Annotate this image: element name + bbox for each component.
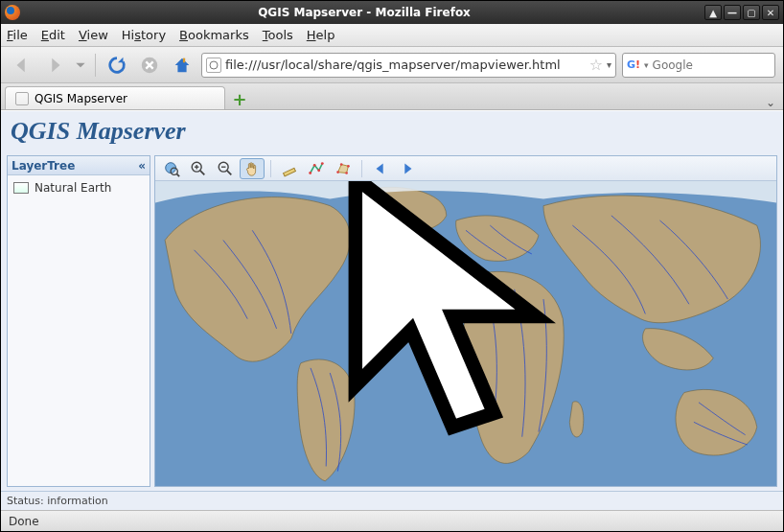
arrow-right-icon <box>44 55 65 76</box>
pan-button[interactable] <box>240 158 265 179</box>
stop-icon <box>139 55 160 76</box>
polyline-icon <box>308 160 325 177</box>
app-status-bar: Status: information <box>1 491 783 510</box>
home-icon <box>172 55 193 76</box>
menu-edit[interactable]: Edit <box>41 28 65 42</box>
home-button[interactable] <box>169 52 196 79</box>
arrow-left-icon <box>12 55 33 76</box>
tab-strip: QGIS Mapserver + ⌄ <box>1 83 783 110</box>
zoom-out-icon <box>217 160 234 177</box>
firefox-window: QGIS Mapserver - Mozilla Firefox ▲ — ▢ ✕… <box>0 0 784 532</box>
menu-help[interactable]: Help <box>307 28 335 42</box>
layer-icon <box>13 182 29 194</box>
tab-active[interactable]: QGIS Mapserver <box>5 86 225 109</box>
window-ontop-button[interactable]: ▲ <box>704 5 722 20</box>
svg-point-17 <box>313 163 316 166</box>
svg-marker-20 <box>338 164 349 173</box>
new-tab-button[interactable]: + <box>227 88 252 109</box>
window-minimize-button[interactable]: — <box>724 5 741 20</box>
layer-tree-body: Natural Earth <box>8 175 150 486</box>
window-close-button[interactable]: ✕ <box>762 5 779 20</box>
svg-point-24 <box>345 172 348 174</box>
polygon-icon <box>334 160 352 177</box>
app-status-text: Status: information <box>7 495 108 507</box>
svg-point-2 <box>210 61 218 69</box>
svg-rect-15 <box>284 168 296 176</box>
map-toolbar <box>155 156 776 181</box>
svg-point-19 <box>321 162 324 165</box>
svg-point-22 <box>340 163 343 166</box>
layer-tree-header: LayerTree « <box>8 156 150 175</box>
back-button[interactable] <box>9 52 35 79</box>
site-identity-icon[interactable] <box>206 58 221 73</box>
list-all-tabs-button[interactable]: ⌄ <box>762 96 779 109</box>
search-box[interactable]: G! ▾ <box>622 53 775 78</box>
window-title: QGIS Mapserver - Mozilla Firefox <box>26 6 703 19</box>
hand-icon <box>243 160 261 177</box>
menu-history[interactable]: History <box>122 28 166 42</box>
menu-file[interactable]: File <box>7 28 28 42</box>
svg-point-21 <box>336 171 339 173</box>
triangle-left-icon <box>372 160 389 177</box>
ruler-icon <box>281 160 298 177</box>
app-body: LayerTree « Natural Earth <box>1 155 783 491</box>
menu-view[interactable]: View <box>79 28 108 42</box>
chevron-down-icon <box>74 55 87 76</box>
layer-label: Natural Earth <box>35 181 111 195</box>
measure-area-button[interactable] <box>331 158 356 179</box>
url-bar[interactable]: ☆ ▾ <box>201 53 616 78</box>
page-content: QGIS Mapserver LayerTree « Natural Earth <box>1 110 783 510</box>
svg-line-13 <box>227 170 232 174</box>
menu-tools[interactable]: Tools <box>263 28 293 42</box>
page-heading: QGIS Mapserver <box>1 111 783 155</box>
map-panel <box>154 155 777 487</box>
browser-status-bar: Done <box>1 510 783 531</box>
world-map-image <box>155 181 776 486</box>
zoom-full-extent-button[interactable] <box>159 158 184 179</box>
browser-menubar: File Edit View History Bookmarks Tools H… <box>1 24 783 47</box>
toolbar-separator <box>361 160 362 177</box>
reload-button[interactable] <box>104 52 130 79</box>
window-maximize-button[interactable]: ▢ <box>743 5 760 20</box>
zoom-out-button[interactable] <box>213 158 238 179</box>
recent-pages-button[interactable] <box>74 52 87 79</box>
svg-rect-1 <box>183 58 185 62</box>
svg-point-16 <box>309 172 311 174</box>
svg-point-23 <box>347 164 350 167</box>
search-input[interactable] <box>653 58 784 72</box>
bookmark-star-icon[interactable]: ☆ <box>589 56 603 74</box>
forward-button[interactable] <box>41 52 68 79</box>
previous-view-button[interactable] <box>368 158 393 179</box>
toolbar-separator <box>270 160 271 177</box>
menu-bookmarks[interactable]: Bookmarks <box>179 28 249 42</box>
layer-tree-panel: LayerTree « Natural Earth <box>7 155 150 487</box>
map-canvas[interactable] <box>155 181 776 486</box>
layer-item[interactable]: Natural Earth <box>10 179 148 197</box>
window-titlebar[interactable]: QGIS Mapserver - Mozilla Firefox ▲ — ▢ ✕ <box>1 1 783 24</box>
globe-magnifier-icon <box>163 160 180 177</box>
browser-status-text: Done <box>9 515 39 528</box>
svg-point-18 <box>317 169 320 172</box>
svg-line-9 <box>200 170 205 174</box>
triangle-right-icon <box>399 160 416 177</box>
google-icon: G! <box>627 58 640 73</box>
tab-favicon <box>15 92 29 105</box>
layer-tree-title: LayerTree <box>12 159 75 173</box>
navigation-toolbar: ☆ ▾ G! ▾ <box>1 47 783 83</box>
tab-label: QGIS Mapserver <box>35 92 127 105</box>
collapse-panel-icon[interactable]: « <box>138 159 146 173</box>
search-engine-dropdown[interactable]: ▾ <box>644 60 649 70</box>
measure-line-button[interactable] <box>277 158 302 179</box>
zoom-in-button[interactable] <box>186 158 211 179</box>
reload-icon <box>106 55 127 76</box>
svg-line-7 <box>176 173 179 176</box>
toolbar-divider <box>95 54 96 77</box>
url-input[interactable] <box>225 58 586 72</box>
measure-path-button[interactable] <box>304 158 329 179</box>
firefox-icon <box>5 5 20 20</box>
url-history-dropdown[interactable]: ▾ <box>607 59 611 70</box>
stop-button[interactable] <box>136 52 163 79</box>
next-view-button[interactable] <box>395 158 420 179</box>
zoom-in-icon <box>190 160 207 177</box>
